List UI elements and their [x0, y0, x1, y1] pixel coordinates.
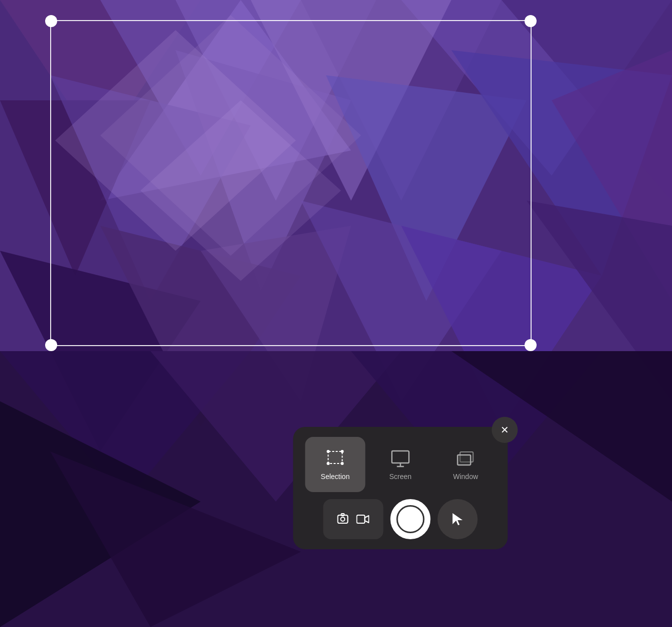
window-mode-icon [455, 448, 475, 468]
selection-rect[interactable] [50, 20, 532, 346]
screen-mode-icon [390, 448, 410, 468]
mode-screen-button[interactable]: Screen [370, 437, 430, 492]
svg-point-32 [326, 450, 329, 453]
close-icon: ✕ [500, 425, 509, 435]
svg-rect-31 [328, 451, 342, 463]
svg-rect-36 [392, 451, 409, 463]
svg-rect-41 [338, 515, 348, 523]
svg-rect-40 [457, 455, 470, 465]
handle-top-left[interactable] [45, 15, 57, 27]
svg-rect-44 [357, 515, 365, 523]
cursor-icon [449, 511, 465, 527]
svg-marker-45 [365, 516, 369, 523]
selection-mode-label: Selection [321, 473, 350, 481]
selection-mode-icon [325, 448, 345, 468]
action-buttons-row [305, 499, 495, 539]
svg-point-35 [341, 462, 344, 465]
svg-point-42 [341, 517, 345, 521]
camera-icon [337, 513, 352, 526]
record-inner [396, 505, 424, 533]
window-mode-label: Window [453, 473, 478, 481]
cursor-button[interactable] [437, 499, 477, 539]
svg-point-33 [341, 450, 344, 453]
handle-bottom-right[interactable] [525, 339, 537, 351]
mode-window-button[interactable]: Window [435, 437, 495, 492]
svg-point-34 [326, 462, 329, 465]
record-button[interactable] [390, 499, 430, 539]
screen-mode-label: Screen [389, 473, 411, 481]
handle-bottom-left[interactable] [45, 339, 57, 351]
video-icon [356, 514, 369, 525]
svg-marker-46 [452, 513, 462, 525]
mode-buttons-row: Selection Screen [305, 437, 495, 492]
close-button[interactable]: ✕ [491, 417, 518, 443]
mode-selection-button[interactable]: Selection [305, 437, 365, 492]
handle-top-right[interactable] [525, 15, 537, 27]
toolbar: ✕ Selection [293, 427, 508, 549]
camera-video-button[interactable] [323, 499, 383, 539]
